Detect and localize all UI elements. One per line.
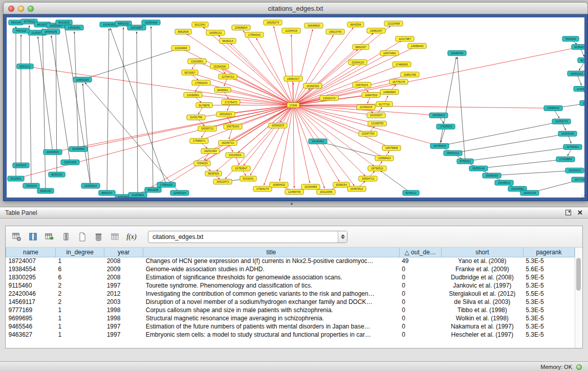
network-node[interactable]: 20851785: [401, 72, 419, 77]
network-node[interactable]: 15154455: [301, 184, 320, 189]
window-resize-grip[interactable]: [581, 194, 587, 200]
network-node[interactable]: 12610651: [188, 59, 206, 64]
network-node[interactable]: 11254419: [282, 28, 300, 33]
network-node[interactable]: 14595443: [408, 43, 426, 49]
network-node[interactable]: 5905130: [37, 188, 54, 193]
network-node[interactable]: 17275472: [222, 100, 240, 105]
network-node[interactable]: 18429410: [429, 113, 448, 118]
network-node[interactable]: 14575908: [382, 145, 401, 150]
network-node[interactable]: 9405661: [214, 87, 231, 93]
network-node[interactable]: 7553104: [23, 183, 39, 188]
network-node[interactable]: 15251205: [61, 160, 79, 165]
network-node[interactable]: 14530451: [65, 25, 83, 30]
network-node[interactable]: 12458745: [285, 189, 303, 194]
network-node[interactable]: 22047754: [359, 131, 377, 136]
network-node[interactable]: 9153241: [240, 176, 256, 181]
network-node[interactable]: 9553208: [145, 187, 161, 192]
zoom-window-button[interactable]: [28, 6, 34, 12]
network-node[interactable]: 9055130: [49, 172, 65, 177]
table-row[interactable]: 1938455462009Genome-wide association stu…: [6, 265, 575, 273]
network-node[interactable]: 19750547: [232, 166, 250, 171]
network-node[interactable]: 7954102: [13, 28, 29, 33]
network-node[interactable]: 11431756: [187, 115, 205, 120]
network-canvas-svg[interactable]: 1724089525069012341160551221220406896052…: [7, 17, 584, 198]
network-node[interactable]: 10253140: [558, 131, 577, 136]
network-node[interactable]: 18300215: [269, 123, 287, 128]
new-object-icon[interactable]: [75, 230, 90, 244]
network-node[interactable]: 9605214: [220, 38, 236, 43]
network-node[interactable]: 16312055: [317, 189, 335, 194]
network-node[interactable]: 12160215: [357, 105, 375, 110]
float-panel-icon[interactable]: [565, 210, 571, 215]
network-node[interactable]: 12204068: [171, 46, 190, 51]
network-node[interactable]: 9643254: [347, 22, 364, 27]
table-row[interactable]: 2242004622012Investigating the contribut…: [6, 290, 575, 298]
network-node[interactable]: 11425530: [574, 86, 584, 92]
network-node[interactable]: 10210533: [226, 152, 244, 158]
network-node[interactable]: 17485083: [393, 62, 411, 67]
scrollbar-thumb[interactable]: [576, 258, 581, 291]
close-window-button[interactable]: [8, 6, 14, 12]
network-node[interactable]: 12410057: [127, 25, 146, 30]
table-row[interactable]: 946362711997Embryonic stem cells: a mode…: [6, 331, 575, 339]
column-header-pagerank[interactable]: pagerank: [523, 248, 574, 257]
function-builder-icon[interactable]: f(x): [124, 230, 139, 244]
network-node[interactable]: 16847533: [362, 93, 380, 98]
network-node[interactable]: 18925274: [264, 20, 282, 25]
network-node[interactable]: 17999371: [190, 138, 208, 143]
table-row[interactable]: 1830029562008Estimation of significance …: [6, 273, 575, 281]
network-node[interactable]: 16510472: [213, 179, 232, 184]
network-node[interactable]: 12108755: [368, 121, 386, 126]
column-header-title[interactable]: title: [143, 248, 399, 257]
network-node[interactable]: 9605419: [205, 171, 222, 176]
network-node[interactable]: 19613745: [326, 29, 344, 34]
network-node[interactable]: 17240: [287, 103, 300, 108]
network-node[interactable]: 16775175: [389, 79, 408, 84]
network-node[interactable]: 17554234: [192, 80, 210, 85]
network-node[interactable]: 9177710: [376, 102, 393, 107]
network-node[interactable]: 25260550: [69, 146, 88, 151]
network-node[interactable]: 16055203: [483, 173, 501, 178]
network-node[interactable]: 18255140: [469, 166, 488, 171]
network-node[interactable]: 9298154: [333, 182, 350, 187]
network-node[interactable]: 18553102: [568, 71, 584, 76]
network-node[interactable]: 18755203: [430, 143, 449, 148]
show-columns-icon[interactable]: [26, 230, 40, 244]
delete-table-icon[interactable]: [108, 230, 122, 244]
table-vertical-scrollbar[interactable]: [575, 248, 582, 348]
close-panel-icon[interactable]: ✕: [577, 209, 583, 216]
network-node[interactable]: 9862157: [353, 45, 369, 50]
table-network-selector[interactable]: citations_edges.txt: [148, 231, 347, 243]
network-node[interactable]: 9245012: [403, 190, 419, 195]
network-node[interactable]: 9570057: [182, 70, 198, 75]
network-node[interactable]: 16553112: [444, 150, 462, 156]
network-node[interactable]: 19648794: [448, 51, 466, 56]
network-node[interactable]: 22606834: [232, 25, 250, 30]
network-node[interactable]: 16162152: [303, 83, 322, 89]
network-node[interactable]: 12217987: [396, 36, 414, 41]
network-node[interactable]: 16205712: [219, 140, 237, 145]
network-node[interactable]: 17554342: [245, 32, 264, 37]
network-node[interactable]: 10973493: [380, 51, 399, 56]
column-header-year[interactable]: year: [104, 248, 143, 257]
table-row[interactable]: 1872400712008Changes of HCN gene express…: [6, 257, 575, 265]
network-node[interactable]: 16253408: [142, 20, 160, 25]
network-node[interactable]: 12658423: [375, 156, 394, 161]
network-node[interactable]: 19245012: [495, 180, 513, 185]
network-node[interactable]: 12754712: [219, 74, 237, 79]
network-node[interactable]: 11253904: [128, 192, 147, 198]
network-node[interactable]: 16520712: [198, 126, 216, 131]
network-canvas[interactable]: 1724089525069012341160551221220406896052…: [7, 17, 584, 198]
network-node[interactable]: 7254023: [194, 161, 210, 166]
network-window-titlebar[interactable]: citations_edges.txt: [3, 2, 588, 14]
minimize-window-button[interactable]: [18, 6, 24, 12]
network-node[interactable]: 9553210: [17, 64, 33, 69]
network-node[interactable]: 14850583: [380, 90, 399, 95]
network-node[interactable]: 10676415: [353, 82, 371, 87]
network-node[interactable]: 20457812: [347, 186, 366, 191]
network-node[interactable]: 18554105: [41, 29, 60, 34]
column-header-name[interactable]: name: [6, 248, 56, 257]
network-node[interactable]: 16253012: [81, 183, 100, 188]
delete-icon[interactable]: [92, 230, 106, 244]
network-node[interactable]: 12053104: [170, 190, 189, 195]
